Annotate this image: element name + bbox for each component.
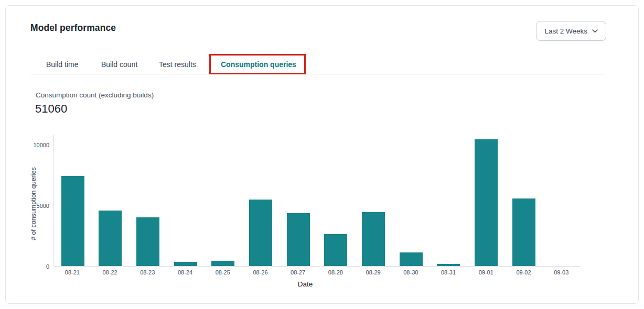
x-tick-label-09-03: 09-03 (542, 269, 580, 275)
bar-08-22[interactable] (99, 211, 122, 266)
bar-08-21[interactable] (61, 176, 84, 266)
bar-slot-09-02 (505, 135, 543, 266)
metric-value: 51060 (35, 102, 67, 116)
bar-slot-08-26 (242, 135, 280, 266)
x-tick-label-08-29: 08-29 (355, 269, 392, 275)
tab-test-results[interactable]: Test results (159, 60, 196, 69)
bar-08-29[interactable] (362, 212, 385, 266)
x-tick-label-08-23: 08-23 (128, 269, 166, 275)
tab-build-count[interactable]: Build count (101, 60, 137, 69)
bar-slot-08-30 (392, 135, 430, 266)
bar-slot-08-27 (280, 135, 317, 266)
model-performance-card: Model performance Last 2 Weeks Build tim… (5, 5, 639, 304)
x-tick-label-08-30: 08-30 (392, 269, 430, 275)
bar-slot-08-31 (430, 135, 467, 266)
bar-08-25[interactable] (211, 261, 234, 266)
bar-slot-08-29 (355, 135, 392, 266)
bar-09-01[interactable] (475, 139, 498, 266)
y-tick-label-10000: 10000 (33, 142, 49, 148)
bar-08-23[interactable] (136, 217, 159, 266)
date-range-selector[interactable]: Last 2 Weeks (536, 21, 606, 41)
bar-slot-08-25 (205, 135, 242, 266)
bar-08-28[interactable] (324, 234, 347, 266)
bar-slot-08-28 (317, 135, 355, 266)
x-tick-label-08-24: 08-24 (166, 269, 204, 275)
x-axis-title: Date (298, 280, 313, 288)
tabs-divider (30, 74, 606, 74)
x-tick-label-08-21: 08-21 (53, 269, 91, 275)
x-tick-label-09-01: 09-01 (467, 269, 505, 275)
bar-slot-09-01 (467, 135, 505, 266)
plot-area (53, 135, 580, 267)
x-tick-label-08-27: 08-27 (279, 269, 317, 275)
bar-08-26[interactable] (249, 200, 272, 266)
x-tick-label-08-22: 08-22 (91, 269, 129, 275)
date-range-value: Last 2 Weeks (544, 27, 587, 35)
x-tick-label-08-26: 08-26 (242, 269, 280, 275)
page-title: Model performance (30, 23, 116, 34)
y-tick-label-5000: 5000 (37, 203, 49, 209)
x-tick-label-09-02: 09-02 (505, 269, 543, 275)
bar-09-02[interactable] (512, 198, 535, 266)
y-tick-label-0: 0 (46, 263, 49, 270)
bar-slot-09-03 (542, 135, 580, 266)
bar-slot-08-22 (92, 135, 130, 266)
metric-label: Consumption count (excluding builds) (36, 91, 154, 99)
tab-consumption-queries[interactable]: Consumption queries (221, 60, 296, 69)
bar-slot-08-24 (167, 135, 205, 266)
chevron-down-icon (592, 29, 598, 33)
bar-08-27[interactable] (287, 213, 310, 266)
bar-slot-08-21 (54, 135, 92, 266)
bar-08-31[interactable] (437, 264, 460, 266)
x-axis-labels: 08-2108-2208-2308-2408-2508-2608-2708-28… (53, 269, 580, 275)
x-tick-label-08-28: 08-28 (317, 269, 355, 275)
bar-08-24[interactable] (174, 262, 197, 266)
bar-slot-08-23 (129, 135, 167, 266)
tab-build-time[interactable]: Build time (46, 60, 78, 69)
bar-08-30[interactable] (400, 252, 423, 266)
x-tick-label-08-31: 08-31 (430, 269, 467, 275)
x-tick-label-08-25: 08-25 (204, 269, 242, 275)
